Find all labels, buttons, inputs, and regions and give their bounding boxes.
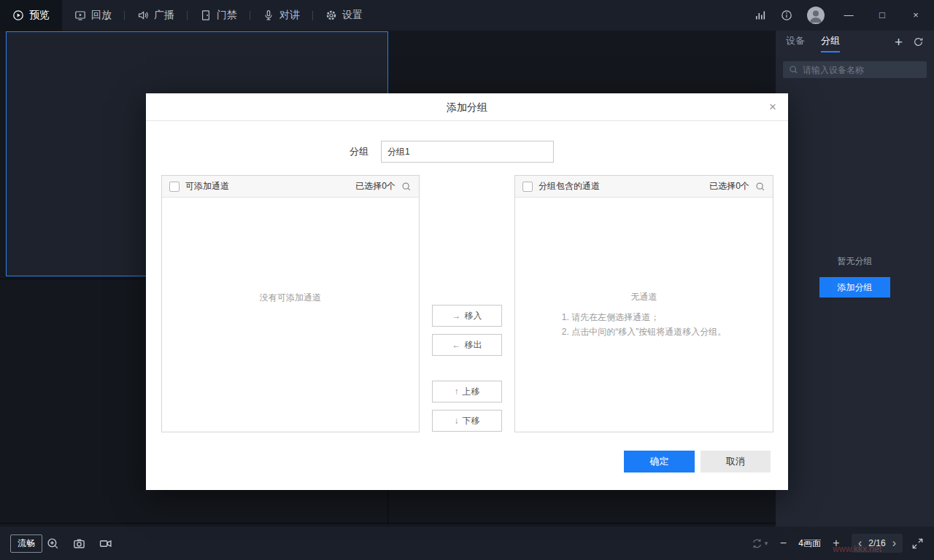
selected-count: 已选择0个 <box>709 180 749 192</box>
sidebar-tab-group[interactable]: 分组 <box>821 31 840 52</box>
no-groups-text: 暂无分组 <box>776 255 934 268</box>
broadcast-icon <box>137 9 149 21</box>
hint-line-2: 2. 点击中间的“移入”按钮将通道移入分组。 <box>562 324 726 339</box>
dialog-title: 添加分组 <box>146 93 788 121</box>
available-channels-panel: 可添加通道 已选择0个 没有可添加通道 <box>161 175 420 432</box>
add-icon[interactable]: + <box>895 35 903 49</box>
sidebar-tabs: 设备 分组 + <box>776 31 934 52</box>
close-dialog-icon[interactable]: × <box>769 93 776 121</box>
statistics-icon[interactable] <box>754 9 766 21</box>
tab-label: 广播 <box>154 9 174 22</box>
record-video-icon[interactable] <box>99 537 112 550</box>
add-group-dialog: 添加分组 × 分组 可添加通道 已选择0个 没有可添加通道 → 移入 <box>146 93 788 490</box>
move-out-button[interactable]: ← 移出 <box>432 334 502 356</box>
sidebar-actions: + <box>895 31 924 52</box>
grid-divider-bottom <box>0 523 776 524</box>
chevron-down-icon: ▾ <box>765 540 768 547</box>
no-channels-text: 无通道 <box>631 291 657 303</box>
decrease-layout-icon[interactable]: − <box>776 537 790 550</box>
move-down-label: 下移 <box>463 415 480 427</box>
move-out-label: 移出 <box>465 339 482 351</box>
tab-label: 对讲 <box>279 9 300 22</box>
increase-layout-icon[interactable]: + <box>830 537 843 550</box>
group-name-input[interactable] <box>381 141 554 163</box>
tab-label: 预览 <box>29 9 50 22</box>
door-icon <box>200 9 212 21</box>
ok-button[interactable]: 确定 <box>624 451 695 472</box>
select-all-group-checkbox[interactable] <box>522 182 533 192</box>
no-available-channels-text: 没有可添加通道 <box>260 292 321 304</box>
arrow-down-icon: ↓ <box>455 416 459 426</box>
info-icon[interactable] <box>781 9 792 21</box>
digital-zoom-icon[interactable] <box>47 537 59 550</box>
user-avatar[interactable] <box>807 7 825 24</box>
top-toolbar: 预览 回放 广播 门禁 对讲 设置 <box>0 0 934 31</box>
add-group-button[interactable]: 添加分组 <box>819 277 890 298</box>
device-search-input[interactable] <box>803 65 921 75</box>
close-window-icon[interactable]: × <box>906 0 925 31</box>
move-up-label: 上移 <box>463 386 480 398</box>
device-search-box <box>783 61 927 78</box>
arrow-up-icon: ↑ <box>455 386 459 397</box>
sidebar-empty-state: 暂无分组 添加分组 <box>776 255 934 298</box>
group-name-label: 分组 <box>146 141 368 163</box>
chevron-left-icon[interactable]: ‹ <box>858 537 862 549</box>
maximize-icon[interactable]: □ <box>873 0 892 31</box>
move-up-button[interactable]: ↑ 上移 <box>432 381 502 402</box>
group-channels-list: 无通道 1. 请先在左侧选择通道； 2. 点击中间的“移入”按钮将通道移入分组。 <box>515 198 773 432</box>
tab-playback[interactable]: 回放 <box>62 0 124 31</box>
tab-label: 回放 <box>91 9 112 22</box>
play-circle-icon <box>12 9 24 21</box>
tab-intercom[interactable]: 对讲 <box>250 0 312 31</box>
tab-label: 门禁 <box>217 9 237 22</box>
stream-quality-button[interactable]: 流畅 <box>10 534 42 553</box>
microphone-icon <box>263 9 274 21</box>
arrow-right-icon: → <box>452 311 461 321</box>
search-icon <box>789 65 798 74</box>
search-icon[interactable] <box>401 182 412 192</box>
available-channels-header: 可添加通道 已选择0个 <box>162 176 419 198</box>
move-down-button[interactable]: ↓ 下移 <box>432 410 502 432</box>
refresh-icon[interactable] <box>913 36 924 47</box>
carousel-icon <box>751 537 763 550</box>
group-channels-header: 分组包含的通道 已选择0个 <box>515 176 773 198</box>
device-sidebar: 设备 分组 + 暂无分组 添加分组 <box>776 31 934 526</box>
tab-label: 设置 <box>342 9 363 22</box>
dialog-header: 添加分组 × <box>146 93 788 121</box>
page-indicator: 2/16 <box>868 538 885 548</box>
search-icon[interactable] <box>755 182 765 192</box>
hint-line-1: 1. 请先在左侧选择通道； <box>562 310 726 324</box>
move-in-label: 移入 <box>465 310 482 322</box>
page-switcher: ‹ 2/16 › <box>852 534 903 553</box>
select-all-available-checkbox[interactable] <box>169 182 180 192</box>
usage-hints: 1. 请先在左侧选择通道； 2. 点击中间的“移入”按钮将通道移入分组。 <box>562 310 726 339</box>
minimize-icon[interactable]: — <box>839 0 858 31</box>
arrow-left-icon: ← <box>452 340 461 350</box>
available-channels-list: 没有可添加通道 <box>162 198 419 432</box>
screen-layout-label: 4画面 <box>798 537 821 550</box>
panel-title: 可添加通道 <box>185 180 229 192</box>
move-in-button[interactable]: → 移入 <box>432 305 502 327</box>
auto-switch-control[interactable]: ▾ <box>751 537 768 550</box>
tab-broadcast[interactable]: 广播 <box>125 0 187 31</box>
bottombar-right-controls: ▾ − 4画面 + ‹ 2/16 › <box>751 534 924 553</box>
playback-icon <box>74 9 86 21</box>
tab-preview[interactable]: 预览 <box>0 0 62 31</box>
tab-settings[interactable]: 设置 <box>313 0 375 31</box>
tab-access-control[interactable]: 门禁 <box>188 0 250 31</box>
bottombar-left-icons <box>47 537 112 550</box>
fullscreen-icon[interactable] <box>911 537 924 550</box>
chevron-right-icon[interactable]: › <box>892 537 896 549</box>
app-window: 预览 回放 广播 门禁 对讲 设置 <box>0 0 934 560</box>
cancel-button[interactable]: 取消 <box>700 451 771 472</box>
sidebar-tab-device[interactable]: 设备 <box>786 31 805 52</box>
snapshot-camera-icon[interactable] <box>73 537 85 550</box>
panel-title: 分组包含的通道 <box>539 180 600 192</box>
group-channels-panel: 分组包含的通道 已选择0个 无通道 1. 请先在左侧选择通道； 2. 点击中间的… <box>514 175 773 432</box>
selected-count: 已选择0个 <box>355 180 395 192</box>
gear-icon <box>325 9 337 21</box>
bottom-toolbar: 流畅 ▾ − 4画面 + ‹ 2/16 › <box>0 526 934 560</box>
topbar-right-controls: — □ × <box>754 0 934 31</box>
